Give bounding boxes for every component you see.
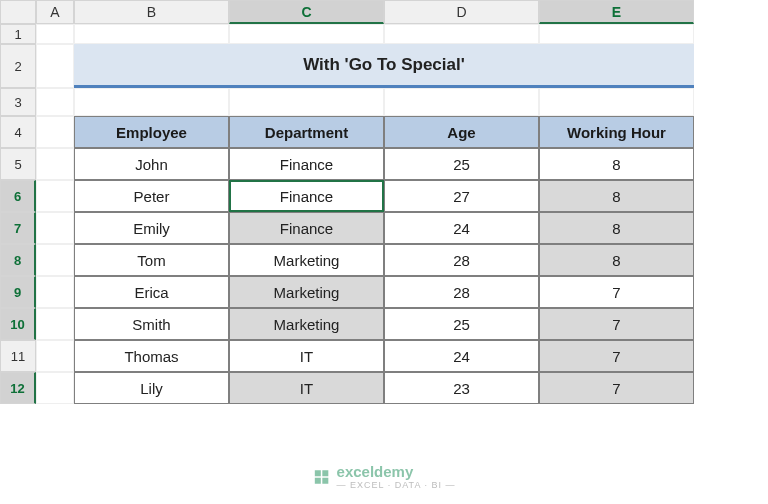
header-employee[interactable]: Employee [74,116,229,148]
row-header-10[interactable]: 10 [0,308,36,340]
col-header-D[interactable]: D [384,0,539,24]
active-cell[interactable]: Finance [229,180,384,212]
table-row[interactable]: 24 [384,340,539,372]
logo-icon [313,468,331,486]
cell-C1[interactable] [229,24,384,44]
table-row[interactable]: John [74,148,229,180]
cell-C3[interactable] [229,88,384,116]
cell-A3[interactable] [36,88,74,116]
row-header-7[interactable]: 7 [0,212,36,244]
table-row[interactable]: Thomas [74,340,229,372]
table-row[interactable]: Erica [74,276,229,308]
table-row[interactable]: 8 [539,244,694,276]
table-row[interactable]: Peter [74,180,229,212]
cell-A7[interactable] [36,212,74,244]
watermark: exceldemy — EXCEL · DATA · BI — [313,463,456,490]
table-row[interactable]: 8 [539,212,694,244]
table-row[interactable]: 25 [384,148,539,180]
watermark-name: exceldemy [337,463,456,480]
table-row[interactable]: Lily [74,372,229,404]
col-header-B[interactable]: B [74,0,229,24]
corner-select-all[interactable] [0,0,36,24]
table-row[interactable]: 25 [384,308,539,340]
table-row[interactable]: Smith [74,308,229,340]
table-row[interactable]: 7 [539,308,694,340]
table-row[interactable]: 7 [539,372,694,404]
title-cell[interactable]: With 'Go To Special' [74,44,694,88]
row-header-12[interactable]: 12 [0,372,36,404]
header-working-hour[interactable]: Working Hour [539,116,694,148]
row-header-5[interactable]: 5 [0,148,36,180]
table-row[interactable]: 7 [539,276,694,308]
table-row[interactable]: 24 [384,212,539,244]
cell-E3[interactable] [539,88,694,116]
header-age[interactable]: Age [384,116,539,148]
table-row[interactable]: Marketing [229,276,384,308]
row-header-1[interactable]: 1 [0,24,36,44]
cell-E1[interactable] [539,24,694,44]
table-row[interactable]: Marketing [229,308,384,340]
row-header-11[interactable]: 11 [0,340,36,372]
table-row[interactable]: Finance [229,212,384,244]
row-header-4[interactable]: 4 [0,116,36,148]
watermark-tag: — EXCEL · DATA · BI — [337,480,456,490]
cell-A10[interactable] [36,308,74,340]
table-row[interactable]: Finance [229,148,384,180]
cell-B3[interactable] [74,88,229,116]
cell-A9[interactable] [36,276,74,308]
cell-A2[interactable] [36,44,74,88]
spreadsheet-grid: A B C D E 1 2 With 'Go To Special' 3 4 E… [0,0,768,404]
header-department[interactable]: Department [229,116,384,148]
table-row[interactable]: 8 [539,148,694,180]
table-row[interactable]: 7 [539,340,694,372]
cell-B1[interactable] [74,24,229,44]
table-row[interactable]: Marketing [229,244,384,276]
row-header-8[interactable]: 8 [0,244,36,276]
table-row[interactable]: 28 [384,276,539,308]
row-header-6[interactable]: 6 [0,180,36,212]
row-header-2[interactable]: 2 [0,44,36,88]
cell-A1[interactable] [36,24,74,44]
row-header-3[interactable]: 3 [0,88,36,116]
cell-A11[interactable] [36,340,74,372]
cell-A8[interactable] [36,244,74,276]
table-row[interactable]: Tom [74,244,229,276]
cell-A6[interactable] [36,180,74,212]
cell-A4[interactable] [36,116,74,148]
col-header-A[interactable]: A [36,0,74,24]
table-row[interactable]: IT [229,340,384,372]
cell-A12[interactable] [36,372,74,404]
table-row[interactable]: 8 [539,180,694,212]
table-row[interactable]: 28 [384,244,539,276]
cell-D1[interactable] [384,24,539,44]
col-header-C[interactable]: C [229,0,384,24]
cell-A5[interactable] [36,148,74,180]
table-row[interactable]: Emily [74,212,229,244]
col-header-E[interactable]: E [539,0,694,24]
table-row[interactable]: 23 [384,372,539,404]
row-header-9[interactable]: 9 [0,276,36,308]
table-row[interactable]: IT [229,372,384,404]
table-row[interactable]: 27 [384,180,539,212]
cell-D3[interactable] [384,88,539,116]
